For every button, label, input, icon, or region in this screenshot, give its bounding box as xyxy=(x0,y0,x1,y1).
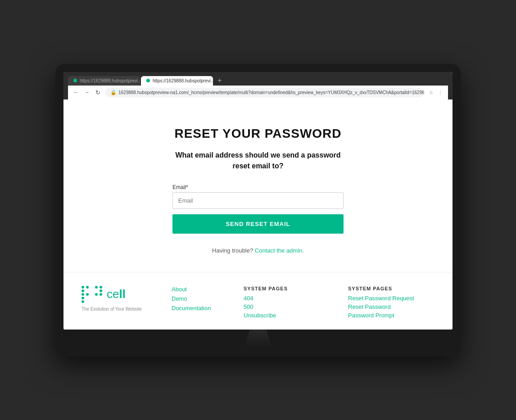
stand-base xyxy=(222,348,294,357)
forward-button[interactable]: → xyxy=(82,88,91,97)
footer-system-pages-1-title: SYSTEM PAGES xyxy=(244,286,330,291)
footer-link-password-prompt[interactable]: Password Prompt xyxy=(348,312,435,319)
brand-dots xyxy=(81,286,103,303)
address-bar[interactable]: 🔒 1629888.hubspotpreview-na1.com/_hcms/p… xyxy=(105,88,424,97)
brand-dot xyxy=(86,297,89,299)
brand-dot xyxy=(91,289,93,292)
brand-dot xyxy=(86,289,89,292)
footer-system-pages-2: SYSTEM PAGES Reset Password Request Rese… xyxy=(348,286,435,321)
brand-dot xyxy=(95,293,98,296)
lock-icon: 🔒 xyxy=(110,90,117,95)
brand-dot xyxy=(100,293,102,296)
brand-dot xyxy=(86,286,89,289)
refresh-button[interactable]: ↻ xyxy=(93,88,102,97)
brand-dot xyxy=(95,289,98,292)
main-content: RESET YOUR PASSWORD What email address s… xyxy=(63,99,453,272)
footer: cell The Evolution of Your Website About… xyxy=(63,272,453,330)
brand-dot xyxy=(81,289,84,292)
brand-dot xyxy=(100,300,102,303)
monitor: https://1629888.hubspotprevi... ✕ https:… xyxy=(55,64,461,357)
brand-dot xyxy=(95,300,98,303)
footer-nav-demo[interactable]: Demo xyxy=(172,295,226,302)
trouble-text: Having trouble? Contact the admin. xyxy=(212,247,304,254)
page-title: RESET YOUR PASSWORD xyxy=(174,126,341,141)
tab-dot-1 xyxy=(73,79,77,82)
footer-nav-documentation[interactable]: Documentation xyxy=(172,305,226,312)
browser-chrome: https://1629888.hubspotprevi... ✕ https:… xyxy=(63,72,453,99)
tab-1-label: https://1629888.hubspotprevi... xyxy=(80,78,140,83)
email-label: Email* xyxy=(172,184,344,190)
brand-dot xyxy=(100,289,102,292)
brand-dot xyxy=(81,293,84,296)
browser-actions: ☆ ⋮ xyxy=(427,88,444,96)
brand-dot xyxy=(100,286,102,289)
brand-dot xyxy=(91,286,93,289)
brand-dot xyxy=(86,300,89,303)
brand-dot xyxy=(81,300,84,303)
send-reset-button[interactable]: SEND RESET EMAIL xyxy=(172,214,344,234)
tab-bar: https://1629888.hubspotprevi... ✕ https:… xyxy=(68,76,448,86)
brand-logo: cell xyxy=(81,286,154,303)
footer-link-500[interactable]: 500 xyxy=(244,303,330,310)
form-section: Email* SEND RESET EMAIL xyxy=(172,184,344,243)
address-bar-row: ← → ↻ 🔒 1629888.hubspotpreview-na1.com/_… xyxy=(68,86,448,99)
tab-dot-2 xyxy=(146,79,150,82)
tab-1[interactable]: https://1629888.hubspotprevi... ✕ xyxy=(68,76,140,86)
footer-nav-about[interactable]: About xyxy=(172,286,226,293)
brand-dot xyxy=(91,293,93,296)
brand-name: cell xyxy=(107,287,126,301)
page-content: RESET YOUR PASSWORD What email address s… xyxy=(63,99,453,330)
tab-2[interactable]: https://1629888.hubspotprevi... ✕ xyxy=(141,76,213,86)
footer-system-pages-1: SYSTEM PAGES 404 500 Unsubscribe xyxy=(244,286,330,321)
more-button[interactable]: ⋮ xyxy=(436,88,444,96)
footer-nav: About Demo Documentation xyxy=(172,286,226,312)
bookmark-button[interactable]: ☆ xyxy=(427,88,435,96)
contact-admin-link[interactable]: Contact the admin. xyxy=(255,247,304,254)
brand-dot xyxy=(91,297,93,299)
brand-dot xyxy=(81,286,84,289)
brand-dot xyxy=(86,293,89,296)
footer-link-404[interactable]: 404 xyxy=(244,295,330,302)
brand-dot xyxy=(95,297,98,299)
brand-dot xyxy=(100,297,102,299)
email-field[interactable] xyxy=(172,192,344,209)
brand-tagline: The Evolution of Your Website xyxy=(81,307,154,312)
footer-link-unsubscribe[interactable]: Unsubscribe xyxy=(244,312,330,319)
footer-link-reset-password[interactable]: Reset Password xyxy=(348,303,435,310)
brand-dot xyxy=(91,300,93,303)
tab-2-label: https://1629888.hubspotprevi... xyxy=(153,78,213,83)
page-subtitle: What email address should we send a pass… xyxy=(172,150,344,172)
new-tab-button[interactable]: + xyxy=(214,76,225,86)
monitor-screen: https://1629888.hubspotprevi... ✕ https:… xyxy=(63,72,453,330)
brand-dot xyxy=(95,286,98,289)
back-button[interactable]: ← xyxy=(72,88,81,97)
address-text: 1629888.hubspotpreview-na1.com/_hcms/pre… xyxy=(118,90,424,95)
footer-brand: cell The Evolution of Your Website xyxy=(81,286,154,312)
nav-buttons: ← → ↻ xyxy=(72,88,102,97)
monitor-stand xyxy=(63,330,453,357)
footer-link-reset-request[interactable]: Reset Password Request xyxy=(348,295,435,302)
footer-system-pages-2-title: SYSTEM PAGES xyxy=(348,286,435,291)
stand-neck xyxy=(244,330,272,348)
brand-dot xyxy=(81,297,84,299)
